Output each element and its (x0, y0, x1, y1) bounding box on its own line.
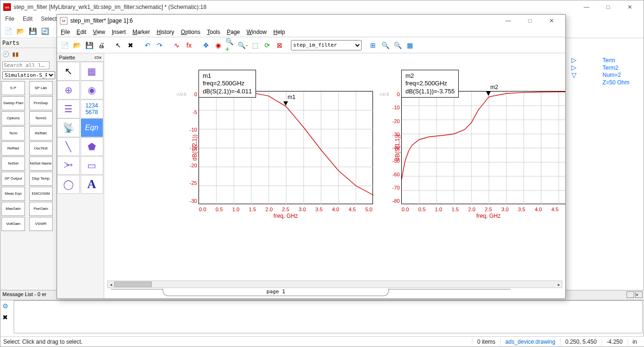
tb-zoomin2-icon[interactable]: 🔍 (380, 40, 391, 51)
palette-dock-icon[interactable]: ▭ (94, 54, 99, 60)
inner-menu-window[interactable]: Window (247, 29, 267, 35)
tb-zoomin-icon[interactable]: 🔍+ (225, 40, 236, 51)
clear-x-icon[interactable]: ✖ (2, 314, 11, 322)
inner-menu-file[interactable]: File (61, 29, 70, 35)
tb-undo-icon[interactable]: ↶ (142, 40, 153, 51)
part-pwrgain[interactable]: PwrGain (29, 202, 53, 216)
part-splab[interactable]: SP Lab (29, 81, 53, 95)
marker-triangle-m2[interactable] (486, 91, 491, 96)
part-vswr[interactable]: VSWR (29, 217, 53, 231)
menu-file[interactable]: File (3, 15, 16, 23)
tb-autoscale-icon[interactable]: ⊞ (367, 40, 379, 51)
part-term[interactable]: Term (1, 126, 25, 140)
inner-menu-history[interactable]: History (157, 29, 174, 35)
pal-stack-icon[interactable]: ☰ (57, 99, 80, 118)
parts-category-select[interactable]: Simulation-S_Param (2, 71, 55, 79)
inner-menu-tools[interactable]: Tools (207, 29, 220, 35)
marker-box-m1[interactable]: m1freq=2.500GHzdB(S(2,1))=-4.011 (198, 70, 256, 98)
tb-zoomout-icon[interactable]: 🔍- (237, 40, 248, 51)
part-refnet2[interactable]: RefNet (1, 141, 25, 156)
part-sp[interactable]: S P (1, 81, 25, 95)
command-area[interactable] (14, 300, 643, 333)
library-icon[interactable]: ▮▮ (12, 51, 19, 58)
part-prmswp[interactable]: PrmSwp (29, 96, 53, 110)
scroll-left-icon[interactable]: ◂ (107, 281, 114, 288)
tb-refresh-icon[interactable]: ⟳ (262, 40, 273, 51)
inner-menu-options[interactable]: Options (181, 29, 200, 35)
inner-menu-help[interactable]: Help (273, 29, 285, 35)
tb-new-icon[interactable]: 📄 (59, 40, 70, 51)
part-refnet[interactable]: RefNet (29, 126, 53, 140)
refresh-icon[interactable]: 🔄 (39, 25, 50, 37)
inner-menu-page[interactable]: Page (227, 29, 240, 35)
page-tab[interactable]: page 1 (163, 289, 389, 296)
tb-pan-icon[interactable]: ✥ (200, 40, 212, 51)
tb-print-icon[interactable]: 🖨 (96, 40, 107, 51)
marker-triangle-m1[interactable] (283, 101, 288, 106)
inner-max-button[interactable]: □ (519, 14, 541, 27)
pal-circle-icon[interactable]: ◯ (57, 175, 80, 194)
pal-polar-icon[interactable]: ⊕ (57, 81, 80, 99)
outer-close-button[interactable]: ✕ (619, 0, 641, 14)
palette-close-icon[interactable]: × (99, 55, 102, 60)
marker-box-m2[interactable]: m2freq=2.500GHzdB(S(1,1))=-3.755 (401, 70, 459, 98)
outer-min-button[interactable]: — (576, 0, 597, 14)
inner-menu-marker[interactable]: Marker (132, 29, 150, 35)
history-icon[interactable]: 🕘 (2, 51, 9, 58)
msg-close-icon[interactable]: × (635, 291, 643, 298)
inner-hscrollbar[interactable]: ◂ ▸ (107, 281, 562, 288)
tb-target-icon[interactable]: ◉ (213, 40, 224, 51)
part-osctest[interactable]: OscTest (29, 141, 53, 156)
pal-pointer-icon[interactable]: ↖ (57, 62, 80, 81)
msg-dock-icon[interactable] (627, 291, 634, 298)
part-ndset[interactable]: NdSet (1, 157, 25, 171)
part-voltgain[interactable]: VoltGain (1, 217, 25, 231)
pal-polyline-icon[interactable]: ⭃ (57, 156, 80, 175)
tb-open-icon[interactable]: 📂 (71, 40, 83, 51)
pal-rectplot-icon[interactable]: ▦ (81, 62, 103, 81)
tb-delete-icon[interactable]: ✖ (125, 40, 136, 51)
dataset-select[interactable]: step_im_filter (291, 40, 362, 50)
pal-antenna-icon[interactable]: 📡 (57, 118, 80, 137)
tb-nobox-icon[interactable]: ⊠ (274, 40, 285, 51)
tb-pointer-icon[interactable]: ↖ (113, 40, 124, 51)
chart-0[interactable]: ADS 0-5-10-15-20-25-30 0.00.51.01.52.02.… (198, 91, 373, 204)
tb-zoomfit-icon[interactable]: ⬚ (249, 40, 261, 51)
pal-smith-icon[interactable]: ◉ (81, 81, 103, 99)
pal-text-icon[interactable]: A (81, 175, 103, 194)
pal-list-icon[interactable]: 12345678 (81, 99, 103, 118)
tb-redo-icon[interactable]: ↷ (154, 40, 165, 51)
part-emcosim[interactable]: EMCOSIM (29, 187, 53, 201)
pal-rect-icon[interactable]: ▭ (81, 156, 103, 175)
part-termg[interactable]: TermG (29, 111, 53, 125)
part-spoutput[interactable]: SP Output (1, 172, 25, 186)
inner-menu-edit[interactable]: Edit (76, 29, 86, 35)
part-sweepplan[interactable]: Sweep Plan (1, 96, 25, 110)
new-icon[interactable]: 📄 (2, 25, 14, 37)
parts-search-input[interactable] (2, 61, 50, 69)
plot-canvas[interactable]: ADS 0-5-10-15-20-25-30 0.00.51.01.52.02.… (104, 53, 565, 298)
inner-menu-insert[interactable]: Insert (112, 29, 126, 35)
plot-area-0[interactable]: 0-5-10-15-20-25-30 0.00.51.01.52.02.53.0… (198, 91, 373, 204)
tb-save-icon[interactable]: 💾 (83, 40, 95, 51)
tb-curve-icon[interactable]: ∿ (171, 40, 182, 51)
open-icon[interactable]: 📂 (15, 25, 26, 37)
pal-poly-icon[interactable]: ⬟ (81, 137, 103, 156)
save-icon[interactable]: 💾 (27, 25, 38, 37)
tb-grid-icon[interactable]: ▦ (404, 40, 415, 51)
part-ndsetname[interactable]: NdSet Name (29, 157, 53, 171)
chart-1[interactable]: ADS 0-10-20-30-40-50-60-70-80 0.00.51.01… (401, 91, 565, 204)
tb-eqn-icon[interactable]: fx (183, 40, 195, 51)
plot-area-1[interactable]: 0-10-20-30-40-50-60-70-80 0.00.51.01.52.… (401, 91, 565, 204)
settings-gear-icon[interactable]: ⚙ (2, 302, 11, 311)
outer-max-button[interactable]: □ (597, 0, 619, 14)
status-layer[interactable]: ads_device:drawing (500, 339, 560, 345)
part-disptemp[interactable]: Disp Temp (29, 172, 53, 186)
menu-edit[interactable]: Edit (21, 15, 34, 23)
part-maxgain[interactable]: MaxGain (1, 202, 25, 216)
inner-menu-view[interactable]: View (93, 29, 105, 35)
part-measeqn[interactable]: Meas Eqn (1, 187, 25, 201)
pal-eqn-icon[interactable]: Eqn (81, 118, 103, 137)
scroll-thumb[interactable] (114, 281, 152, 287)
part-options[interactable]: Options (1, 111, 25, 125)
